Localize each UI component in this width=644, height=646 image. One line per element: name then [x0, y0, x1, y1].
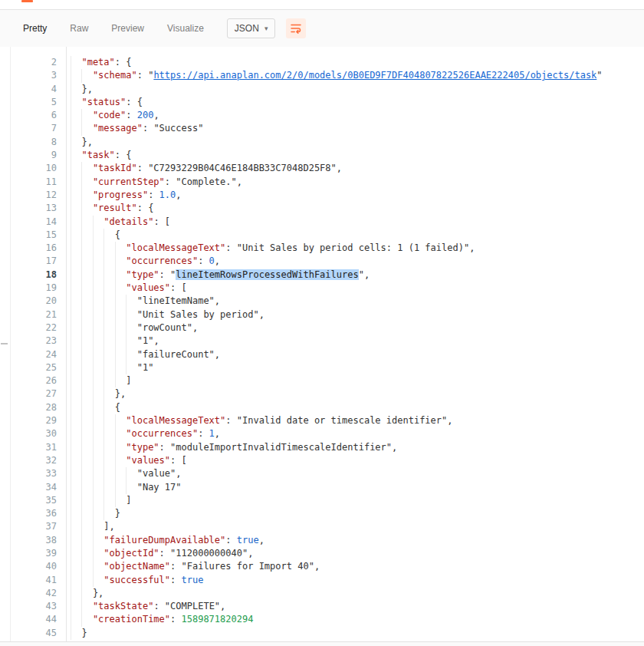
- code-line-content: {: [66, 229, 120, 242]
- json-token-str: "C7293229B04C46E184BB33C7048D25F8": [148, 163, 337, 173]
- code-line: 13"result": {: [11, 202, 644, 215]
- json-token-p: ,: [192, 322, 198, 333]
- line-number: 30: [11, 427, 66, 440]
- code-line-content: "code": 200,: [66, 109, 159, 122]
- json-token-p: ,: [176, 190, 181, 200]
- json-token-str: "moduleImportInvalidTimescaleIdentifier": [170, 442, 392, 453]
- line-number: 43: [11, 600, 66, 613]
- code-line: 17"occurrences": 0,: [11, 255, 644, 268]
- json-token-p: ,: [176, 468, 181, 479]
- json-token-key: "meta": [81, 57, 114, 68]
- line-number: 14: [11, 216, 66, 229]
- json-token-p: :: [225, 415, 236, 426]
- left-rail: [0, 47, 11, 641]
- json-token-p: : {: [115, 150, 132, 160]
- code-line-content: "failureCount",: [66, 348, 220, 361]
- code-line-content: },: [66, 587, 104, 600]
- schema-url-link[interactable]: https://api.anaplan.com/2/0/models/0B0ED…: [153, 70, 596, 81]
- line-number: 34: [11, 481, 66, 494]
- code-line: 28{: [11, 401, 644, 414]
- indent-guides: [71, 255, 126, 268]
- tab-raw[interactable]: Raw: [68, 20, 90, 37]
- json-token-str: "1": [137, 362, 154, 373]
- line-number: 31: [11, 441, 66, 454]
- code-line-content: }: [66, 627, 87, 640]
- json-token-p: :: [198, 255, 209, 266]
- json-token-str: "Unit Sales by period": [137, 309, 259, 320]
- json-token-p: {: [115, 229, 120, 240]
- code-line: 5"status": {: [11, 96, 644, 109]
- json-token-p: :: [126, 110, 136, 120]
- json-token-key: "type": [126, 442, 159, 453]
- code-line: 22"rowCount",: [11, 321, 644, 335]
- json-token-key: "objectId": [104, 548, 159, 559]
- json-token-p: }: [115, 508, 120, 519]
- code-line-content: "value",: [66, 467, 182, 480]
- code-line: 15{: [11, 229, 644, 242]
- code-line-content: "occurrences": 1,: [66, 427, 220, 440]
- rail-handle[interactable]: [1, 343, 8, 344]
- code-line: 24"failureCount",: [11, 348, 644, 361]
- code-line: 33"value",: [11, 467, 644, 480]
- format-select[interactable]: JSON ▾: [227, 18, 276, 38]
- code-line: 4},: [11, 83, 644, 96]
- code-line-content: "occurrences": 0,: [66, 255, 220, 268]
- cropped-tab-bar: [0, 0, 644, 10]
- indent-guides: [71, 454, 126, 467]
- json-token-str: "COMPLETE": [165, 601, 220, 611]
- json-token-p: : [: [153, 216, 170, 227]
- code-line: 38"failureDumpAvailable": true,: [11, 534, 644, 547]
- line-number: 36: [11, 507, 66, 520]
- code-line-content: "currentStep": "Complete.",: [66, 176, 242, 189]
- json-token-p: :: [153, 601, 164, 611]
- tab-pretty[interactable]: Pretty: [21, 20, 48, 37]
- json-token-str: "Nay 17": [137, 482, 182, 493]
- json-token-str: ": [596, 70, 602, 81]
- tab-preview[interactable]: Preview: [110, 20, 146, 37]
- json-token-key: "taskId": [93, 163, 137, 173]
- indent-guides: [71, 216, 104, 229]
- response-body-viewer[interactable]: 2"meta": {3"schema": "https://api.anapla…: [0, 47, 644, 641]
- json-token-key: "values": [126, 282, 170, 293]
- code-line-content: ]: [66, 374, 131, 387]
- json-token-key: "currentStep": [93, 176, 165, 187]
- indent-guides: [71, 295, 137, 308]
- json-token-p: :: [170, 561, 181, 572]
- json-token-key: "progress": [93, 190, 148, 200]
- code-line-content: "schema": "https://api.anaplan.com/2/0/m…: [66, 69, 603, 82]
- line-number: 41: [11, 574, 66, 587]
- indent-guides: [71, 122, 93, 135]
- indent-guides: [71, 176, 93, 189]
- code-line-content: "type": "lineItemRowsProcessedWithFailur…: [66, 269, 370, 282]
- code-line-content: "values": [: [66, 454, 187, 467]
- indent-guides: [71, 96, 81, 109]
- wrap-lines-button[interactable]: [286, 18, 306, 38]
- response-body-toolbar: Pretty Raw Preview Visualize JSON ▾: [0, 10, 644, 47]
- json-token-p: : [: [170, 282, 187, 293]
- json-token-p: ,: [215, 255, 220, 266]
- json-token-p: },: [115, 388, 126, 399]
- selected-text: lineItemRowsProcessedWithFailures: [176, 269, 358, 280]
- code-line-content: },: [66, 387, 126, 400]
- json-token-str: "Invalid date or timescale identifier": [237, 415, 448, 426]
- indent-guides: [71, 282, 126, 295]
- json-token-p: ,: [337, 163, 342, 173]
- code-line-content: "Unit Sales by period",: [66, 308, 264, 321]
- line-number: 11: [11, 176, 66, 189]
- line-number: 12: [11, 189, 66, 202]
- code-line: 25"1": [11, 361, 644, 374]
- line-number: 7: [11, 122, 66, 135]
- json-token-key: "failureDumpAvailable": [104, 535, 225, 545]
- indent-guides: [71, 69, 93, 82]
- code-line: 12"progress": 1.0,: [11, 189, 644, 202]
- json-token-p: ,: [364, 269, 370, 280]
- json-token-str: "lineItemName": [137, 295, 215, 306]
- indent-guides: [71, 600, 93, 613]
- indent-guides: [71, 361, 137, 374]
- json-token-p: :: [198, 428, 209, 439]
- json-token-p: ,: [215, 428, 220, 439]
- indent-guides: [71, 427, 126, 440]
- tab-visualize[interactable]: Visualize: [166, 20, 205, 37]
- line-number: 37: [11, 520, 66, 533]
- line-number: 21: [11, 308, 66, 321]
